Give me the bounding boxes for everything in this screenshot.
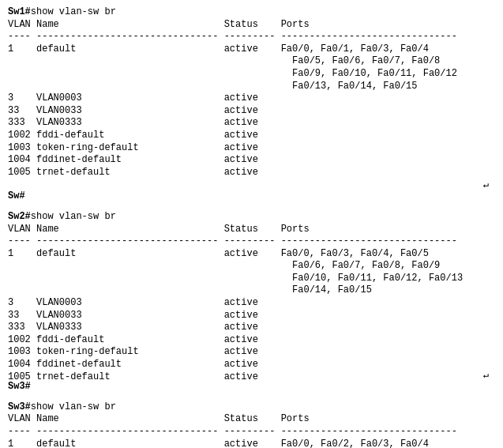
table-row: 33 VLAN0033 active [8,105,495,118]
table-row: 333 VLAN0333 active [8,322,495,334]
table-row: 1 default active Fa0/0, Fa0/3, Fa0/4, Fa… [8,248,495,297]
section-sw2: Sw2#show vlan-sw brVLAN Name Status Port… [8,211,495,393]
table-row: 1 default active Fa0/0, Fa0/1, Fa0/3, Fa… [8,43,495,92]
terminal-output: Sw1#show vlan-sw brVLAN Name Status Port… [8,6,495,448]
table-header: VLAN Name Status Ports [8,19,495,32]
section-sw1: Sw1#show vlan-sw brVLAN Name Status Port… [8,6,495,203]
table-row: 1004 fddinet-default active [8,154,495,167]
table-row: 3 VLAN0003 active [8,297,495,310]
table-row: 1 default active Fa0/0, Fa0/2, Fa0/3, Fa… [8,439,495,448]
section-sw3: Sw3#show vlan-sw brVLAN Name Status Port… [8,401,495,448]
table-divider: ---- -------------------------------- --… [8,426,495,439]
table-divider: ---- -------------------------------- --… [8,31,495,43]
table-header: VLAN Name Status Ports [8,413,495,426]
command-line: Sw1#show vlan-sw br [8,6,495,19]
table-row: 1003 token-ring-default active [8,346,495,359]
command-line: Sw2#show vlan-sw br [8,211,495,224]
table-row: 333 VLAN0333 active [8,117,495,130]
table-row: 1003 token-ring-default active [8,142,495,155]
table-divider: ---- -------------------------------- --… [8,235,495,248]
table-row: 33 VLAN0033 active [8,310,495,322]
footer-prompt: Sw# [8,190,495,203]
table-row: 1002 fddi-default active [8,334,495,347]
command-line: Sw3#show vlan-sw br [8,401,495,414]
scroll-indicator: ↵ [8,179,489,190]
table-header: VLAN Name Status Ports [8,224,495,236]
table-row: 1002 fddi-default active [8,130,495,142]
table-row: 1005 trnet-default active [8,167,495,179]
table-row: 3 VLAN0003 active [8,92,495,105]
